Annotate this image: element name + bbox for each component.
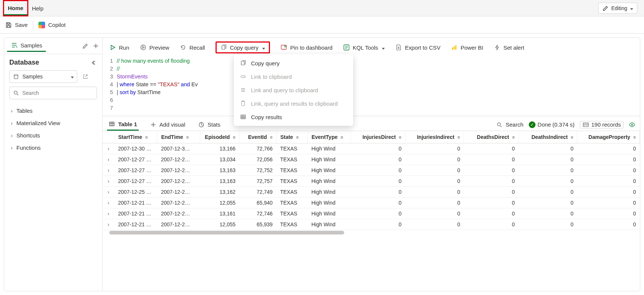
- editing-mode-button[interactable]: Editing: [598, 3, 637, 14]
- preview-button[interactable]: Preview: [140, 44, 169, 51]
- sidebar-tab-samples[interactable]: Samples: [7, 40, 46, 52]
- stats-tab[interactable]: Stats: [197, 119, 222, 130]
- column-header[interactable]: InjuriesIndirect ≡: [405, 131, 464, 143]
- expand-row-icon[interactable]: ›: [103, 165, 114, 176]
- expand-row-icon[interactable]: ›: [103, 219, 114, 230]
- column-header[interactable]: EndTime ≡: [157, 131, 200, 143]
- stats-icon: [198, 121, 205, 128]
- table-row[interactable]: ›2007-12-27 …2007-12-2…13,03472,056TEXAS…: [103, 154, 640, 165]
- column-menu-icon[interactable]: ≡: [399, 135, 401, 140]
- column-header[interactable]: DamageProperty ≡: [577, 131, 640, 143]
- column-header[interactable]: DeathsDirect ≡: [464, 131, 519, 143]
- set-alert-button[interactable]: Set alert: [494, 44, 524, 51]
- table-row[interactable]: ›2007-12-21 …2007-12-2…12,05565,939TEXAS…: [103, 219, 640, 230]
- expand-row-icon[interactable]: ›: [103, 208, 114, 219]
- power-bi-button[interactable]: Power BI: [451, 44, 483, 51]
- kql-tools-button[interactable]: KQL Tools: [343, 44, 385, 51]
- database-heading: Database: [9, 59, 39, 66]
- cell: 0: [577, 176, 640, 187]
- column-header[interactable]: EventType ≡: [308, 131, 351, 143]
- column-menu-icon[interactable]: ≡: [186, 135, 189, 140]
- sidebar-tab-label: Samples: [21, 42, 42, 49]
- column-menu-icon[interactable]: ≡: [571, 135, 573, 140]
- cell: High Wind: [308, 154, 351, 165]
- results-search-button[interactable]: Search: [496, 121, 524, 128]
- expand-row-icon[interactable]: ›: [103, 176, 114, 187]
- cell: 2007-12-2…: [157, 187, 200, 198]
- save-label: Save: [15, 22, 28, 28]
- sidebar-tab-row: Samples: [4, 38, 102, 54]
- eye-icon[interactable]: [629, 121, 635, 128]
- column-header[interactable]: StartTime ≡: [114, 131, 157, 143]
- run-button[interactable]: Run: [109, 44, 129, 51]
- cell: 0: [405, 187, 464, 198]
- column-menu-icon[interactable]: ≡: [340, 135, 343, 140]
- tree-item-shortcuts[interactable]: ›Shortcuts: [9, 129, 97, 142]
- recall-button[interactable]: Recall: [180, 44, 205, 51]
- export-csv-button[interactable]: Export to CSV: [395, 44, 440, 51]
- chevron-right-icon: ›: [11, 108, 13, 114]
- expand-row-icon[interactable]: ›: [103, 198, 114, 208]
- column-menu-icon[interactable]: ≡: [145, 135, 148, 140]
- table-row[interactable]: ›2007-12-30 …2007-12-3…13,16672,766TEXAS…: [103, 143, 640, 154]
- pin-dashboard-button[interactable]: Pin to dashboard: [280, 44, 332, 51]
- menu-copy-query[interactable]: Copy query: [234, 56, 353, 70]
- column-menu-icon[interactable]: ≡: [296, 135, 299, 140]
- database-select[interactable]: Samples: [9, 70, 77, 83]
- cell: 0: [577, 143, 640, 154]
- code-editor[interactable]: 1234567 // how many events of flooding /…: [103, 56, 640, 116]
- column-header[interactable]: InjuriesDirect ≡: [351, 131, 405, 143]
- sidebar-search-input[interactable]: [22, 90, 94, 96]
- column-menu-icon[interactable]: ≡: [233, 135, 235, 140]
- collapse-panel-icon[interactable]: [90, 59, 97, 66]
- results-grid[interactable]: StartTime ≡EndTime ≡EpisodeId ≡EventId ≡…: [103, 131, 640, 291]
- table-row[interactable]: ›2007-12-27 …2007-12-2…13,16372,757TEXAS…: [103, 176, 640, 187]
- column-menu-icon[interactable]: ≡: [270, 135, 273, 140]
- tab-help[interactable]: Help: [28, 1, 47, 15]
- copilot-button[interactable]: Copilot: [38, 22, 66, 28]
- column-menu-icon[interactable]: ≡: [457, 135, 460, 140]
- code-body[interactable]: // how many events of flooding // StormE…: [117, 57, 640, 112]
- menu-copy-results[interactable]: Copy results: [234, 110, 353, 124]
- column-header[interactable]: EventId ≡: [239, 131, 277, 143]
- recall-icon: [180, 44, 186, 51]
- tab-home[interactable]: Home: [4, 1, 27, 15]
- tree-item-tables[interactable]: ›Tables: [9, 105, 97, 117]
- sidebar-search[interactable]: [9, 87, 97, 99]
- column-menu-icon[interactable]: ≡: [633, 135, 636, 140]
- svg-point-16: [497, 122, 500, 125]
- expand-row-icon[interactable]: ›: [103, 143, 114, 154]
- cell: 0: [464, 154, 519, 165]
- column-header[interactable]: EpisodeId ≡: [200, 131, 239, 143]
- cell: 0: [351, 208, 405, 219]
- add-visual-button[interactable]: Add visual: [148, 119, 187, 130]
- cell: TEXAS: [276, 165, 308, 176]
- column-header[interactable]: DeathsIndirect ≡: [519, 131, 577, 143]
- column-menu-icon[interactable]: ≡: [512, 135, 515, 140]
- expand-row-icon[interactable]: ›: [103, 154, 114, 165]
- table-row[interactable]: ›2007-12-21 …2007-12-2…12,05565,940TEXAS…: [103, 198, 640, 208]
- table-row[interactable]: ›2007-12-21 …2007-12-2…13,16172,746TEXAS…: [103, 208, 640, 219]
- table-row[interactable]: ›2007-12-25 …2007-12-2…13,16272,749TEXAS…: [103, 187, 640, 198]
- cell: 72,749: [239, 187, 277, 198]
- open-external-icon[interactable]: [80, 71, 91, 82]
- results-tab-table1[interactable]: Table 1: [107, 118, 139, 131]
- save-button[interactable]: Save: [5, 22, 28, 28]
- cell: 12,055: [200, 219, 239, 230]
- expand-row-icon[interactable]: ›: [103, 187, 114, 198]
- horizontal-scrollbar[interactable]: [103, 230, 640, 235]
- column-header[interactable]: State ≡: [276, 131, 308, 143]
- tree-item-functions[interactable]: ›Functions: [9, 142, 97, 154]
- table-row[interactable]: ›2007-12-27 …2007-12-2…13,16372,752TEXAS…: [103, 165, 640, 176]
- cell: 0: [464, 187, 519, 198]
- tree-item-materialized-view[interactable]: ›Materialized View: [9, 117, 97, 129]
- scrollbar-thumb[interactable]: [109, 231, 344, 235]
- highlight-box-home: Home: [3, 0, 28, 16]
- cell: 2007-12-27 …: [114, 154, 157, 165]
- search-label: Search: [506, 121, 524, 128]
- pencil-icon[interactable]: [82, 43, 89, 49]
- plus-icon[interactable]: [92, 43, 99, 49]
- tab-label: Stats: [208, 121, 220, 128]
- copy-query-split-button[interactable]: Copy query: [216, 41, 270, 53]
- export-icon: [395, 44, 402, 51]
